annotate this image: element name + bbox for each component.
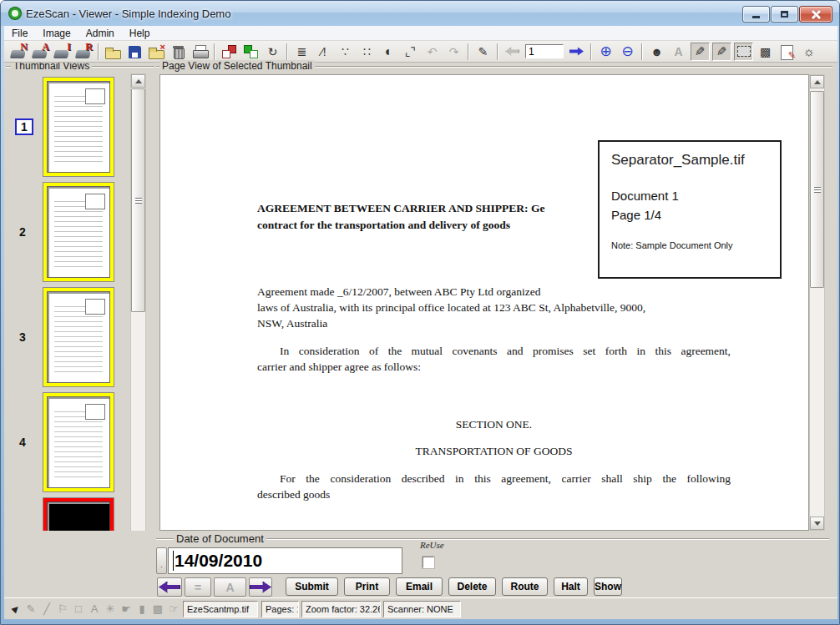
window-controls <box>741 6 832 23</box>
ezescan-logo-icon <box>9 8 21 19</box>
thumbnail-row: 1 <box>4 74 129 179</box>
close-button[interactable] <box>799 6 832 23</box>
document-page[interactable]: AGREEMENT BETWEEN CARRIER AND SHIPPER: G… <box>159 74 809 531</box>
show-button[interactable]: Show <box>594 577 622 596</box>
contrast-icon[interactable]: ◐ <box>379 43 398 61</box>
thumbnail-number[interactable]: 2 <box>4 225 41 239</box>
thumbnail-number[interactable]: 3 <box>4 330 41 344</box>
reuse-checkbox[interactable] <box>423 557 434 568</box>
redact-box-alt-icon: ▩ <box>151 601 164 616</box>
deskew-icon[interactable]: ∕! <box>314 43 333 61</box>
thumbnail[interactable] <box>43 78 114 176</box>
ezescan-window: EzeScan - Viewer - Simple Indexing Demo … <box>0 0 840 625</box>
redact-red-marker-icon[interactable]: ✎ <box>712 43 731 61</box>
barcode-page-icon[interactable]: ▩ <box>756 43 775 61</box>
insert-page-before-icon[interactable] <box>220 43 239 61</box>
open-file-icon[interactable] <box>104 43 123 61</box>
page-number-input[interactable] <box>524 43 564 61</box>
undo-icon: ↶ <box>423 43 442 61</box>
email-button[interactable]: Email <box>396 577 443 596</box>
halt-button[interactable]: Halt <box>554 577 588 596</box>
scroll-grip-icon <box>135 198 142 204</box>
thumbnail-page <box>47 81 110 173</box>
flag-icon: ⚐ <box>56 601 69 616</box>
scroll-thumb[interactable] <box>810 91 824 288</box>
scan-append-icon[interactable]: A <box>31 43 50 61</box>
brightness-icon[interactable]: ☼ <box>799 43 818 61</box>
insert-page-after-icon[interactable] <box>241 43 261 61</box>
delete-file-icon[interactable]: × <box>147 43 166 61</box>
delete-button[interactable]: Delete <box>448 577 496 596</box>
doc-para3-line1: For the consideration described in this … <box>257 471 731 486</box>
menu-admin[interactable]: Admin <box>78 28 122 39</box>
menu-image[interactable]: Image <box>35 28 78 39</box>
stamp-title: Separator_Sample.tif <box>611 152 768 169</box>
scan-new-icon[interactable]: N <box>9 43 28 61</box>
scan-rescan-icon[interactable]: R <box>74 43 94 61</box>
scroll-up-button[interactable] <box>131 74 145 88</box>
user-profile-icon[interactable]: ☻ <box>647 43 666 61</box>
scroll-down-button[interactable] <box>810 517 824 530</box>
toolbar-item <box>214 43 215 60</box>
crop-icon[interactable]: ⌞⌝ <box>401 43 420 61</box>
menu-help[interactable]: Help <box>122 28 158 39</box>
redact-box-icon: ▮ <box>135 601 149 616</box>
print-image-icon[interactable] <box>190 43 210 61</box>
thumbnail[interactable] <box>43 183 114 281</box>
index-field-label: Date of Document <box>174 532 266 545</box>
scroll-up-button[interactable] <box>810 75 824 88</box>
zoom-in-icon[interactable]: ⊕ <box>596 43 615 61</box>
thumbnail-number[interactable]: 1 <box>15 118 33 135</box>
stamp-page: Page 1/4 <box>611 208 768 222</box>
select-region-icon[interactable] <box>734 43 753 61</box>
maximize-button[interactable] <box>771 6 798 23</box>
despeckle-icon[interactable]: ∵ <box>336 43 355 61</box>
close-icon <box>812 10 821 19</box>
toolbar-item <box>590 43 592 60</box>
page-view-label: Page View of Selected Thumbnail <box>159 60 315 72</box>
route-button[interactable]: Route <box>502 577 548 596</box>
toolbar-item <box>468 43 469 60</box>
trash-icon[interactable] <box>169 43 188 61</box>
separator-stamp: Separator_Sample.tif Document 1 Page 1/4… <box>598 140 782 279</box>
pages-field: Pages: 11 <box>261 601 299 617</box>
minimize-button[interactable] <box>742 6 770 23</box>
date-picker-button[interactable]: . <box>156 547 167 574</box>
redact-black-marker-icon[interactable]: ✎ <box>691 43 710 61</box>
title-bar[interactable]: EzeScan - Viewer - Simple Indexing Demo <box>1 1 839 26</box>
highlighter-icon[interactable]: ✎ <box>473 43 493 61</box>
reorder-pages-icon[interactable]: ≣ <box>292 43 311 61</box>
thumbnail[interactable] <box>43 393 114 491</box>
clear-field-button: = <box>185 577 211 597</box>
despeckle-strong-icon[interactable]: ∷ <box>357 43 377 61</box>
notes-icon[interactable]: ✎ <box>777 43 797 61</box>
scroll-thumb[interactable] <box>131 88 145 312</box>
thumbnail[interactable] <box>43 288 114 386</box>
rotate-page-icon[interactable]: ↻ <box>263 43 282 61</box>
scan-insert-icon[interactable]: I <box>53 43 72 61</box>
doc-para3-line2: described goods <box>257 486 330 502</box>
font-size-button: A <box>214 577 246 597</box>
file-name-field: EzeScantmp.tif <box>183 601 258 617</box>
stamp-document: Document 1 <box>611 189 768 203</box>
date-of-document-input[interactable] <box>168 547 402 574</box>
field-nav-buttons: = A <box>157 577 272 597</box>
thumbnail-number[interactable]: 4 <box>4 436 41 449</box>
save-file-icon[interactable] <box>125 43 144 61</box>
grab-hand-icon: ☞ <box>167 601 180 616</box>
stamp-icon: ✳ <box>104 601 117 616</box>
pointer-icon[interactable]: ► <box>5 598 25 618</box>
submit-button[interactable]: Submit <box>286 577 338 596</box>
prev-field-button[interactable] <box>157 577 182 597</box>
zoom-out-icon[interactable]: ⊖ <box>618 43 637 61</box>
menu-file[interactable]: File <box>4 28 35 39</box>
next-page-icon[interactable] <box>567 43 586 61</box>
up-arrow-icon <box>814 80 821 84</box>
page-number-value[interactable] <box>525 44 564 58</box>
thumbnail-scrollbar[interactable] <box>130 73 146 597</box>
arrow-icon <box>159 582 180 593</box>
thumbnail-row: 3 <box>4 285 129 390</box>
print-button[interactable]: Print <box>344 577 390 596</box>
page-view-scrollbar[interactable] <box>809 74 825 531</box>
next-field-button[interactable] <box>249 577 272 597</box>
